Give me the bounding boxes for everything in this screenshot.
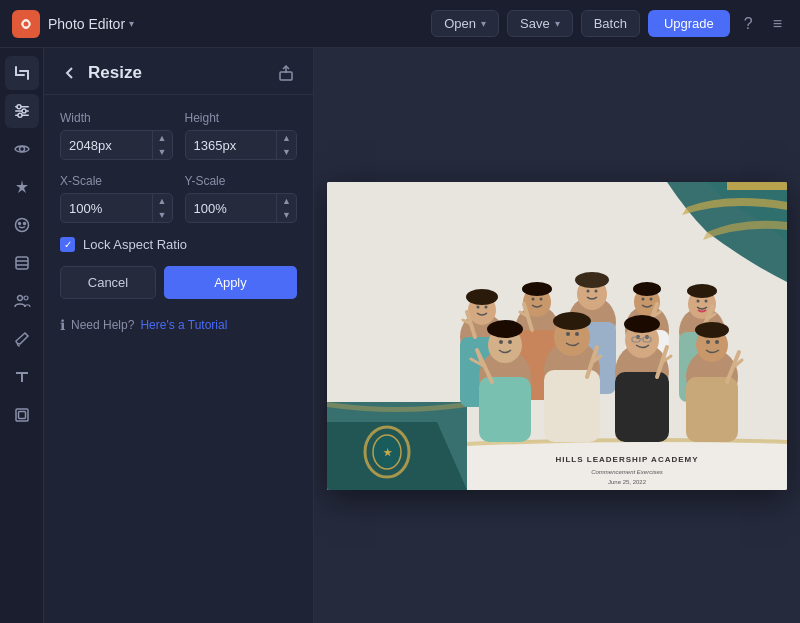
sidebar-item-adjustments[interactable]	[5, 94, 39, 128]
svg-rect-55	[615, 372, 669, 442]
svg-point-101	[633, 282, 661, 296]
svg-point-93	[575, 332, 579, 336]
svg-point-82	[532, 297, 535, 300]
svg-point-104	[553, 312, 591, 330]
svg-point-89	[705, 299, 708, 302]
upgrade-button[interactable]: Upgrade	[648, 10, 730, 37]
yscale-input[interactable]	[186, 195, 277, 222]
svg-point-105	[624, 315, 660, 333]
height-input[interactable]	[186, 132, 277, 159]
yscale-group: Y-Scale ▲ ▼	[185, 174, 298, 223]
svg-point-92	[566, 332, 570, 336]
svg-point-86	[642, 297, 645, 300]
width-input-wrapper: ▲ ▼	[60, 130, 173, 160]
sidebar-item-layers[interactable]	[5, 246, 39, 280]
open-button[interactable]: Open ▾	[431, 10, 499, 37]
menu-button[interactable]: ≡	[767, 11, 788, 37]
svg-point-90	[499, 340, 503, 344]
svg-point-13	[15, 219, 28, 232]
main-area: Resize Width ▲ ▼	[0, 48, 800, 623]
lock-aspect-row: ✓ Lock Aspect Ratio	[60, 237, 297, 252]
width-label: Width	[60, 111, 173, 125]
xscale-decrement[interactable]: ▼	[153, 208, 172, 222]
cancel-button[interactable]: Cancel	[60, 266, 156, 299]
svg-point-100	[575, 272, 609, 288]
dimensions-row: Width ▲ ▼ Height ▲	[60, 111, 297, 160]
topbar: Photo Editor ▾ Open ▾ Save ▾ Batch Upgra…	[0, 0, 800, 48]
width-spinners: ▲ ▼	[152, 131, 172, 159]
yscale-label: Y-Scale	[185, 174, 298, 188]
lock-aspect-label: Lock Aspect Ratio	[83, 237, 187, 252]
svg-rect-16	[16, 257, 28, 269]
svg-rect-22	[18, 412, 25, 419]
sidebar-item-people[interactable]	[5, 284, 39, 318]
svg-point-19	[17, 296, 22, 301]
height-increment[interactable]: ▲	[277, 131, 296, 145]
svg-text:HILLS LEADERSHIP ACADEMY: HILLS LEADERSHIP ACADEMY	[555, 455, 698, 464]
photo-container: ★ HILLS LEADERSHIP ACADEMY Commencement …	[327, 182, 787, 490]
help-icon: ℹ	[60, 317, 65, 333]
width-group: Width ▲ ▼	[60, 111, 173, 160]
sidebar-item-crop[interactable]	[5, 56, 39, 90]
svg-point-15	[23, 223, 25, 225]
svg-rect-49	[479, 377, 531, 442]
app-name-label: Photo Editor	[48, 16, 125, 32]
sidebar-item-magic[interactable]	[5, 170, 39, 204]
action-buttons: Cancel Apply	[60, 266, 297, 299]
svg-point-91	[508, 340, 512, 344]
lock-aspect-checkbox[interactable]: ✓	[60, 237, 75, 252]
svg-point-0	[24, 21, 29, 26]
xscale-input[interactable]	[61, 195, 152, 222]
svg-point-103	[487, 320, 523, 338]
svg-point-11	[19, 147, 24, 152]
width-increment[interactable]: ▲	[153, 131, 172, 145]
sidebar-item-text[interactable]	[5, 360, 39, 394]
svg-point-80	[477, 305, 480, 308]
app-logo	[12, 10, 40, 38]
svg-point-88	[697, 299, 700, 302]
svg-rect-2	[15, 74, 25, 76]
svg-point-98	[466, 289, 498, 305]
sidebar-item-frame[interactable]	[5, 398, 39, 432]
apply-button[interactable]: Apply	[164, 266, 297, 299]
svg-text:June 25, 2022: June 25, 2022	[608, 479, 647, 485]
help-tutorial-link[interactable]: Here's a Tutorial	[140, 318, 227, 332]
help-button[interactable]: ?	[738, 11, 759, 37]
xscale-input-wrapper: ▲ ▼	[60, 193, 173, 223]
save-button[interactable]: Save ▾	[507, 10, 573, 37]
svg-point-85	[595, 289, 598, 292]
svg-point-97	[715, 340, 719, 344]
width-input[interactable]	[61, 132, 152, 159]
svg-point-87	[650, 297, 653, 300]
photo-image: ★ HILLS LEADERSHIP ACADEMY Commencement …	[327, 182, 787, 490]
svg-point-81	[485, 305, 488, 308]
xscale-spinners: ▲ ▼	[152, 194, 172, 222]
svg-point-102	[687, 284, 717, 298]
yscale-increment[interactable]: ▲	[277, 194, 296, 208]
svg-text:Commencement Exercises: Commencement Exercises	[591, 469, 663, 475]
yscale-input-wrapper: ▲ ▼	[185, 193, 298, 223]
panel-back-button[interactable]	[60, 63, 80, 83]
svg-marker-12	[16, 180, 28, 193]
sidebar-item-eye[interactable]	[5, 132, 39, 166]
panel-export-button[interactable]	[275, 62, 297, 84]
xscale-group: X-Scale ▲ ▼	[60, 174, 173, 223]
help-row: ℹ Need Help? Here's a Tutorial	[60, 313, 297, 337]
resize-form: Width ▲ ▼ Height ▲	[44, 95, 313, 353]
svg-point-20	[24, 296, 28, 300]
width-decrement[interactable]: ▼	[153, 145, 172, 159]
height-spinners: ▲ ▼	[276, 131, 296, 159]
batch-button[interactable]: Batch	[581, 10, 640, 37]
app-name-dropdown[interactable]: Photo Editor ▾	[48, 16, 134, 32]
svg-text:★: ★	[383, 447, 393, 458]
xscale-increment[interactable]: ▲	[153, 194, 172, 208]
height-decrement[interactable]: ▼	[277, 145, 296, 159]
svg-point-83	[540, 297, 543, 300]
svg-point-84	[587, 289, 590, 292]
sidebar-item-sticker[interactable]	[5, 208, 39, 242]
svg-rect-52	[544, 370, 600, 442]
app-name-chevron: ▾	[129, 18, 134, 29]
svg-point-14	[18, 223, 20, 225]
yscale-decrement[interactable]: ▼	[277, 208, 296, 222]
sidebar-item-brush[interactable]	[5, 322, 39, 356]
